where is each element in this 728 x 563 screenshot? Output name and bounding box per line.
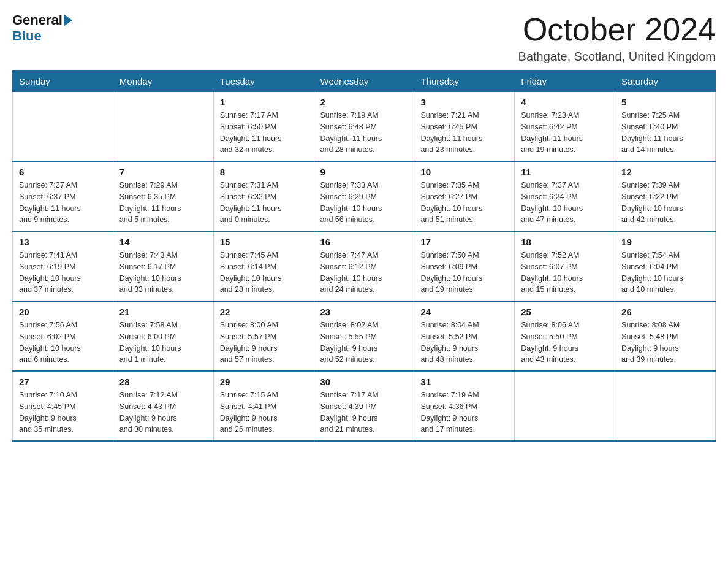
calendar-cell: 2Sunrise: 7:19 AM Sunset: 6:48 PM Daylig…	[314, 92, 414, 162]
day-info: Sunrise: 7:27 AM Sunset: 6:37 PM Dayligh…	[19, 180, 107, 226]
day-info: Sunrise: 8:08 AM Sunset: 5:48 PM Dayligh…	[621, 320, 709, 366]
day-info: Sunrise: 7:39 AM Sunset: 6:22 PM Dayligh…	[621, 180, 709, 226]
calendar-cell: 10Sunrise: 7:35 AM Sunset: 6:27 PM Dayli…	[414, 161, 515, 231]
calendar-cell: 1Sunrise: 7:17 AM Sunset: 6:50 PM Daylig…	[213, 92, 314, 162]
calendar-cell: 21Sunrise: 7:58 AM Sunset: 6:00 PM Dayli…	[113, 301, 213, 371]
day-info: Sunrise: 7:15 AM Sunset: 4:41 PM Dayligh…	[220, 389, 308, 435]
day-info: Sunrise: 8:06 AM Sunset: 5:50 PM Dayligh…	[521, 320, 609, 366]
day-info: Sunrise: 7:52 AM Sunset: 6:07 PM Dayligh…	[521, 250, 609, 296]
day-number: 10	[420, 167, 508, 177]
day-info: Sunrise: 7:56 AM Sunset: 6:02 PM Dayligh…	[19, 320, 107, 366]
month-title: October 2024	[518, 12, 716, 47]
day-info: Sunrise: 7:43 AM Sunset: 6:17 PM Dayligh…	[119, 250, 207, 296]
day-number: 19	[621, 237, 709, 247]
day-info: Sunrise: 7:33 AM Sunset: 6:29 PM Dayligh…	[320, 180, 408, 226]
col-monday: Monday	[113, 71, 213, 92]
calendar-cell: 6Sunrise: 7:27 AM Sunset: 6:37 PM Daylig…	[13, 161, 113, 231]
col-thursday: Thursday	[414, 71, 515, 92]
col-tuesday: Tuesday	[213, 71, 314, 92]
day-number: 21	[119, 307, 207, 317]
calendar-cell: 13Sunrise: 7:41 AM Sunset: 6:19 PM Dayli…	[13, 231, 113, 301]
day-number: 28	[119, 377, 207, 387]
page-header: General Blue October 2024 Bathgate, Scot…	[12, 12, 716, 64]
col-saturday: Saturday	[615, 71, 716, 92]
calendar-cell: 7Sunrise: 7:29 AM Sunset: 6:35 PM Daylig…	[113, 161, 213, 231]
calendar-cell: 8Sunrise: 7:31 AM Sunset: 6:32 PM Daylig…	[213, 161, 314, 231]
day-number: 24	[420, 307, 508, 317]
day-number: 29	[220, 377, 308, 387]
day-number: 26	[621, 307, 709, 317]
day-info: Sunrise: 7:37 AM Sunset: 6:24 PM Dayligh…	[521, 180, 609, 226]
day-number: 18	[521, 237, 609, 247]
day-info: Sunrise: 7:50 AM Sunset: 6:09 PM Dayligh…	[420, 250, 508, 296]
day-info: Sunrise: 7:10 AM Sunset: 4:45 PM Dayligh…	[19, 389, 107, 435]
logo-arrow-icon	[64, 14, 72, 26]
col-wednesday: Wednesday	[314, 71, 414, 92]
day-number: 3	[420, 97, 508, 107]
calendar-cell: 20Sunrise: 7:56 AM Sunset: 6:02 PM Dayli…	[13, 301, 113, 371]
day-number: 4	[521, 97, 609, 107]
day-info: Sunrise: 8:02 AM Sunset: 5:55 PM Dayligh…	[320, 320, 408, 366]
day-info: Sunrise: 7:19 AM Sunset: 6:48 PM Dayligh…	[320, 110, 408, 156]
col-sunday: Sunday	[13, 71, 113, 92]
logo-blue-text: Blue	[12, 28, 42, 44]
calendar-cell: 29Sunrise: 7:15 AM Sunset: 4:41 PM Dayli…	[213, 371, 314, 441]
calendar-cell	[515, 371, 615, 441]
day-number: 17	[420, 237, 508, 247]
calendar-cell: 11Sunrise: 7:37 AM Sunset: 6:24 PM Dayli…	[515, 161, 615, 231]
calendar-cell: 31Sunrise: 7:19 AM Sunset: 4:36 PM Dayli…	[414, 371, 515, 441]
calendar-cell: 14Sunrise: 7:43 AM Sunset: 6:17 PM Dayli…	[113, 231, 213, 301]
calendar-cell: 27Sunrise: 7:10 AM Sunset: 4:45 PM Dayli…	[13, 371, 113, 441]
day-info: Sunrise: 7:25 AM Sunset: 6:40 PM Dayligh…	[621, 110, 709, 156]
logo-general-text: General	[12, 12, 63, 28]
day-info: Sunrise: 7:54 AM Sunset: 6:04 PM Dayligh…	[621, 250, 709, 296]
day-number: 20	[19, 307, 107, 317]
day-number: 15	[220, 237, 308, 247]
day-info: Sunrise: 7:47 AM Sunset: 6:12 PM Dayligh…	[320, 250, 408, 296]
calendar-cell: 22Sunrise: 8:00 AM Sunset: 5:57 PM Dayli…	[213, 301, 314, 371]
day-number: 30	[320, 377, 408, 387]
day-info: Sunrise: 7:41 AM Sunset: 6:19 PM Dayligh…	[19, 250, 107, 296]
day-info: Sunrise: 8:00 AM Sunset: 5:57 PM Dayligh…	[220, 320, 308, 366]
calendar-week-row: 1Sunrise: 7:17 AM Sunset: 6:50 PM Daylig…	[13, 92, 716, 162]
day-info: Sunrise: 7:23 AM Sunset: 6:42 PM Dayligh…	[521, 110, 609, 156]
day-info: Sunrise: 7:17 AM Sunset: 4:39 PM Dayligh…	[320, 389, 408, 435]
day-number: 1	[220, 97, 308, 107]
day-number: 31	[420, 377, 508, 387]
day-info: Sunrise: 7:35 AM Sunset: 6:27 PM Dayligh…	[420, 180, 508, 226]
day-info: Sunrise: 7:58 AM Sunset: 6:00 PM Dayligh…	[119, 320, 207, 366]
calendar-cell	[615, 371, 716, 441]
day-info: Sunrise: 7:17 AM Sunset: 6:50 PM Dayligh…	[220, 110, 308, 156]
calendar-cell: 4Sunrise: 7:23 AM Sunset: 6:42 PM Daylig…	[515, 92, 615, 162]
day-number: 23	[320, 307, 408, 317]
calendar-week-row: 27Sunrise: 7:10 AM Sunset: 4:45 PM Dayli…	[13, 371, 716, 441]
day-number: 7	[119, 167, 207, 177]
day-number: 8	[220, 167, 308, 177]
calendar-cell: 5Sunrise: 7:25 AM Sunset: 6:40 PM Daylig…	[615, 92, 716, 162]
day-number: 9	[320, 167, 408, 177]
calendar-header-row: Sunday Monday Tuesday Wednesday Thursday…	[13, 71, 716, 92]
calendar-table: Sunday Monday Tuesday Wednesday Thursday…	[12, 70, 716, 442]
calendar-cell: 15Sunrise: 7:45 AM Sunset: 6:14 PM Dayli…	[213, 231, 314, 301]
day-number: 14	[119, 237, 207, 247]
calendar-cell: 30Sunrise: 7:17 AM Sunset: 4:39 PM Dayli…	[314, 371, 414, 441]
calendar-cell: 12Sunrise: 7:39 AM Sunset: 6:22 PM Dayli…	[615, 161, 716, 231]
day-number: 6	[19, 167, 107, 177]
calendar-week-row: 6Sunrise: 7:27 AM Sunset: 6:37 PM Daylig…	[13, 161, 716, 231]
day-number: 5	[621, 97, 709, 107]
logo: General Blue	[12, 12, 74, 44]
calendar-week-row: 20Sunrise: 7:56 AM Sunset: 6:02 PM Dayli…	[13, 301, 716, 371]
calendar-cell: 23Sunrise: 8:02 AM Sunset: 5:55 PM Dayli…	[314, 301, 414, 371]
calendar-body: 1Sunrise: 7:17 AM Sunset: 6:50 PM Daylig…	[13, 92, 716, 442]
calendar-cell: 25Sunrise: 8:06 AM Sunset: 5:50 PM Dayli…	[515, 301, 615, 371]
calendar-cell: 24Sunrise: 8:04 AM Sunset: 5:52 PM Dayli…	[414, 301, 515, 371]
calendar-cell: 18Sunrise: 7:52 AM Sunset: 6:07 PM Dayli…	[515, 231, 615, 301]
day-number: 22	[220, 307, 308, 317]
calendar-cell: 28Sunrise: 7:12 AM Sunset: 4:43 PM Dayli…	[113, 371, 213, 441]
calendar-cell: 16Sunrise: 7:47 AM Sunset: 6:12 PM Dayli…	[314, 231, 414, 301]
day-number: 2	[320, 97, 408, 107]
day-number: 27	[19, 377, 107, 387]
day-info: Sunrise: 7:45 AM Sunset: 6:14 PM Dayligh…	[220, 250, 308, 296]
day-number: 25	[521, 307, 609, 317]
title-area: October 2024 Bathgate, Scotland, United …	[518, 12, 716, 64]
